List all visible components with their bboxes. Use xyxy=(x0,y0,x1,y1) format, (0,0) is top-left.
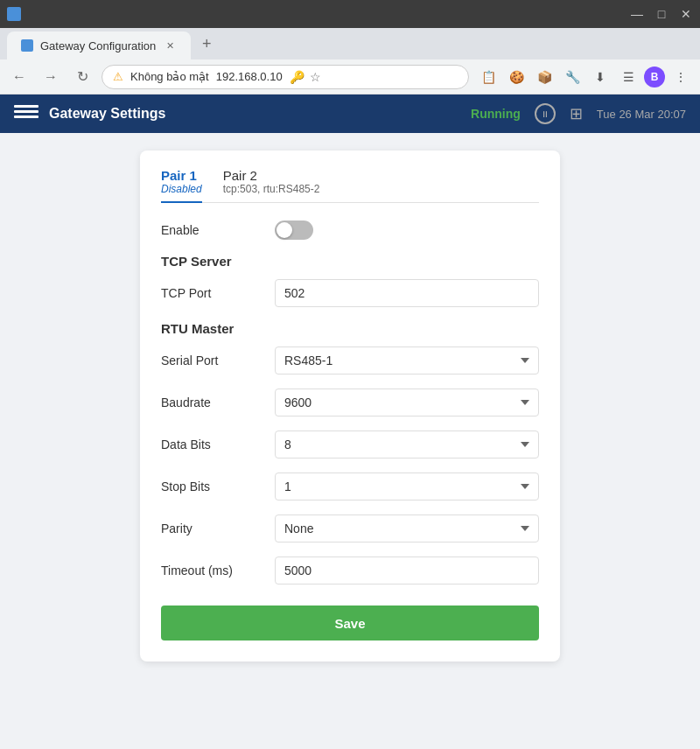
tcp-port-row: TCP Port xyxy=(161,279,539,307)
tab-title: Gateway Configuration xyxy=(40,39,156,52)
tab-pair1[interactable]: Pair 1 Disabled xyxy=(161,168,202,202)
tab-close-button[interactable]: ✕ xyxy=(163,38,177,52)
menu-button[interactable]: ⋮ xyxy=(668,65,693,89)
parity-row: Parity None Even Odd xyxy=(161,514,539,542)
extension-icon-2[interactable]: 🍪 xyxy=(504,65,528,89)
stop-bits-row: Stop Bits 1 2 xyxy=(161,472,539,500)
close-button[interactable]: ✕ xyxy=(679,7,693,21)
timeout-row: Timeout (ms) xyxy=(161,556,539,584)
serial-port-label: Serial Port xyxy=(161,354,275,368)
refresh-button[interactable]: ↻ xyxy=(70,65,94,89)
security-warning-icon: ⚠ xyxy=(113,70,123,83)
extension-icon-5[interactable]: ⬇ xyxy=(588,65,612,89)
tcp-port-label: TCP Port xyxy=(161,286,275,300)
app-title: Gateway Settings xyxy=(49,106,165,122)
data-bits-label: Data Bits xyxy=(161,438,275,452)
serial-port-control: RS485-1 RS485-2 xyxy=(275,346,539,374)
tcp-section-title: TCP Server xyxy=(161,254,539,269)
enable-control xyxy=(275,220,539,240)
stop-bits-label: Stop Bits xyxy=(161,480,275,494)
parity-label: Parity xyxy=(161,522,275,536)
security-label: Không bảo mật xyxy=(130,70,209,83)
data-bits-row: Data Bits 7 8 xyxy=(161,430,539,458)
hamburger-menu[interactable] xyxy=(14,105,38,122)
active-tab[interactable]: Gateway Configuration ✕ xyxy=(7,32,191,60)
url-text: 192.168.0.10 xyxy=(216,70,283,83)
data-bits-control: 7 8 xyxy=(275,430,539,458)
save-button[interactable]: Save xyxy=(161,606,539,640)
tab-pair2[interactable]: Pair 2 tcp:503, rtu:RS485-2 xyxy=(223,168,320,202)
datetime-display: Tue 26 Mar 20:07 xyxy=(597,108,686,121)
stop-bits-control: 1 2 xyxy=(275,472,539,500)
tcp-port-control xyxy=(275,279,539,307)
extension-icon-4[interactable]: 🔧 xyxy=(560,65,584,89)
extension-icon-1[interactable]: 📋 xyxy=(476,65,500,89)
enable-toggle[interactable] xyxy=(275,220,313,240)
timeout-label: Timeout (ms) xyxy=(161,564,275,578)
tcp-port-input[interactable] xyxy=(275,279,539,307)
address-bar-icons: 🔑 ☆ xyxy=(290,70,321,84)
minimize-button[interactable]: — xyxy=(630,7,644,21)
top-nav-right: Running ⏸ ⊞ Tue 26 Mar 20:07 xyxy=(471,103,686,124)
address-bar-row: ← → ↻ ⚠ Không bảo mật 192.168.0.10 🔑 ☆ 📋… xyxy=(0,60,700,94)
toggle-thumb xyxy=(276,222,292,238)
tab-favicon xyxy=(21,39,33,52)
config-card: Pair 1 Disabled Pair 2 tcp:503, rtu:RS48… xyxy=(140,150,560,662)
baudrate-control: 9600 19200 38400 57600 115200 xyxy=(275,388,539,416)
pause-icon: ⏸ xyxy=(541,109,550,119)
title-bar: — □ ✕ xyxy=(0,0,700,28)
key-icon: 🔑 xyxy=(290,70,304,84)
pair-tabs: Pair 1 Disabled Pair 2 tcp:503, rtu:RS48… xyxy=(161,168,539,203)
baudrate-select[interactable]: 9600 19200 38400 57600 115200 xyxy=(275,388,539,416)
pair2-tab-status: tcp:503, rtu:RS485-2 xyxy=(223,183,320,195)
enable-label: Enable xyxy=(161,223,275,237)
pair1-tab-name: Pair 1 xyxy=(161,168,202,183)
extension-icon-6[interactable]: ☰ xyxy=(616,65,640,89)
extension-icon-3[interactable]: 📦 xyxy=(532,65,556,89)
address-bar[interactable]: ⚠ Không bảo mật 192.168.0.10 🔑 ☆ xyxy=(102,65,469,89)
star-icon[interactable]: ☆ xyxy=(310,70,321,84)
tab-bar: Gateway Configuration ✕ + xyxy=(0,28,700,60)
stop-bits-select[interactable]: 1 2 xyxy=(275,472,539,500)
top-nav-left: Gateway Settings xyxy=(14,105,165,122)
pair2-tab-name: Pair 2 xyxy=(223,168,320,183)
top-nav: Gateway Settings Running ⏸ ⊞ Tue 26 Mar … xyxy=(0,94,700,133)
pair1-tab-status: Disabled xyxy=(161,183,202,195)
main-content: Pair 1 Disabled Pair 2 tcp:503, rtu:RS48… xyxy=(0,133,700,679)
baudrate-row: Baudrate 9600 19200 38400 57600 115200 xyxy=(161,388,539,416)
rtu-section-title: RTU Master xyxy=(161,321,539,336)
forward-button[interactable]: → xyxy=(38,65,63,89)
profile-button[interactable]: B xyxy=(644,66,665,88)
running-status: Running xyxy=(471,107,521,121)
enable-row: Enable xyxy=(161,220,539,240)
baudrate-label: Baudrate xyxy=(161,396,275,410)
app-icon xyxy=(7,7,21,21)
toolbar-icons: 📋 🍪 📦 🔧 ⬇ ☰ B ⋮ xyxy=(476,65,693,89)
timeout-input[interactable] xyxy=(275,556,539,584)
title-bar-left xyxy=(7,7,21,21)
parity-select[interactable]: None Even Odd xyxy=(275,514,539,542)
timeout-control xyxy=(275,556,539,584)
data-bits-select[interactable]: 7 8 xyxy=(275,430,539,458)
network-icon[interactable]: ⊞ xyxy=(570,104,583,123)
maximize-button[interactable]: □ xyxy=(654,7,668,21)
parity-control: None Even Odd xyxy=(275,514,539,542)
pause-button[interactable]: ⏸ xyxy=(535,103,556,124)
back-button[interactable]: ← xyxy=(7,65,32,89)
serial-port-select[interactable]: RS485-1 RS485-2 xyxy=(275,346,539,374)
window-controls: — □ ✕ xyxy=(630,7,693,21)
serial-port-row: Serial Port RS485-1 RS485-2 xyxy=(161,346,539,374)
new-tab-button[interactable]: + xyxy=(194,32,219,56)
